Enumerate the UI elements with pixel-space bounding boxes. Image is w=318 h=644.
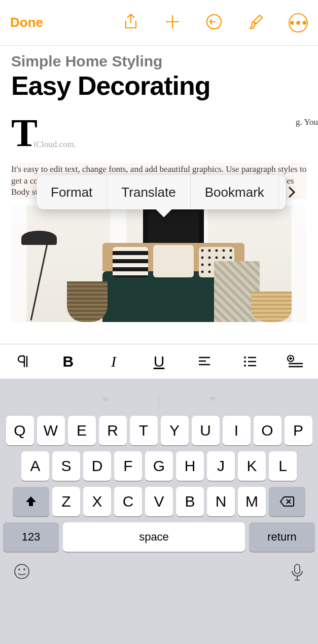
svg-point-5 (244, 361, 246, 363)
format-brush-icon[interactable] (247, 13, 264, 32)
context-menu-bookmark[interactable]: Bookmark (191, 175, 279, 209)
key-y[interactable]: Y (161, 416, 189, 445)
open-quote[interactable]: “ (103, 393, 108, 411)
paragraph-style-icon[interactable] (9, 347, 37, 376)
key-c[interactable]: C (114, 487, 142, 516)
document-body[interactable]: Simple Home Styling Easy Decorating T g.… (0, 46, 318, 322)
key-k[interactable]: K (238, 451, 266, 481)
intro-visible-fragment: g. You (296, 117, 318, 127)
context-menu-format[interactable]: Format (37, 175, 107, 209)
key-z[interactable]: Z (52, 487, 80, 516)
emoji-key-icon[interactable] (13, 563, 30, 584)
dictation-icon[interactable] (290, 563, 305, 584)
backspace-key[interactable] (269, 487, 305, 516)
space-key[interactable]: space (63, 522, 245, 552)
document-image[interactable] (11, 205, 307, 322)
svg-point-2 (296, 21, 300, 24)
top-toolbar: Done (0, 0, 318, 46)
svg-point-1 (290, 21, 294, 24)
key-h[interactable]: H (176, 451, 204, 481)
undo-icon (205, 13, 223, 32)
svg-point-4 (244, 356, 246, 359)
insert-icon[interactable] (281, 347, 309, 376)
svg-point-8 (15, 564, 29, 579)
context-menu: Format Translate Bookmark (37, 175, 286, 209)
key-g[interactable]: G (145, 451, 173, 481)
context-menu-more-icon[interactable] (279, 175, 305, 209)
svg-point-10 (23, 568, 25, 570)
key-v[interactable]: V (145, 487, 173, 516)
format-bar: B I U (0, 344, 318, 379)
key-b[interactable]: B (176, 487, 204, 516)
key-r[interactable]: R (99, 416, 127, 445)
key-a[interactable]: A (21, 451, 49, 481)
key-row-3: Z X C V B N M (2, 487, 316, 516)
document-subtitle[interactable]: Simple Home Styling (11, 53, 307, 70)
document-title[interactable]: Easy Decorating (11, 72, 307, 100)
key-s[interactable]: S (52, 451, 80, 481)
share-icon[interactable] (122, 13, 139, 32)
keyboard: “ ” Q W E R T Y U I O P A S D F G H J K … (0, 379, 318, 644)
key-m[interactable]: M (238, 487, 266, 516)
key-u[interactable]: U (192, 416, 220, 445)
key-w[interactable]: W (37, 416, 65, 445)
align-icon[interactable] (190, 347, 219, 376)
svg-point-9 (18, 568, 20, 570)
return-key[interactable]: return (249, 522, 315, 552)
key-n[interactable]: N (207, 487, 235, 516)
key-p[interactable]: P (285, 416, 312, 445)
key-row-2: A S D F G H J K L (2, 451, 316, 481)
intro-cutoff-fragment: iCloud.com. (33, 139, 76, 150)
key-j[interactable]: J (207, 451, 235, 481)
key-d[interactable]: D (83, 451, 111, 481)
key-row-1: Q W E R T Y U I O P (2, 416, 316, 445)
done-button[interactable]: Done (10, 15, 43, 30)
key-t[interactable]: T (130, 416, 158, 445)
candidate-bar: “ ” (2, 385, 316, 416)
close-quote[interactable]: ” (210, 393, 215, 411)
underline-button[interactable]: U (145, 347, 173, 376)
key-q[interactable]: Q (6, 416, 34, 445)
numbers-key[interactable]: 123 (3, 522, 59, 552)
key-l[interactable]: L (269, 451, 297, 481)
italic-button[interactable]: I (99, 347, 128, 376)
key-row-4: 123 space return (2, 522, 316, 552)
svg-point-6 (244, 365, 246, 367)
svg-point-3 (303, 21, 306, 24)
key-i[interactable]: I (223, 416, 251, 445)
key-f[interactable]: F (114, 451, 142, 481)
key-x[interactable]: X (83, 487, 111, 516)
add-icon[interactable] (164, 13, 181, 32)
more-icon[interactable] (289, 13, 308, 32)
bold-button[interactable]: B (54, 347, 82, 376)
list-icon[interactable] (236, 347, 264, 376)
context-menu-translate[interactable]: Translate (107, 175, 190, 209)
key-o[interactable]: O (254, 416, 281, 445)
key-e[interactable]: E (68, 416, 96, 445)
svg-rect-11 (295, 564, 300, 574)
shift-key[interactable] (13, 487, 49, 516)
